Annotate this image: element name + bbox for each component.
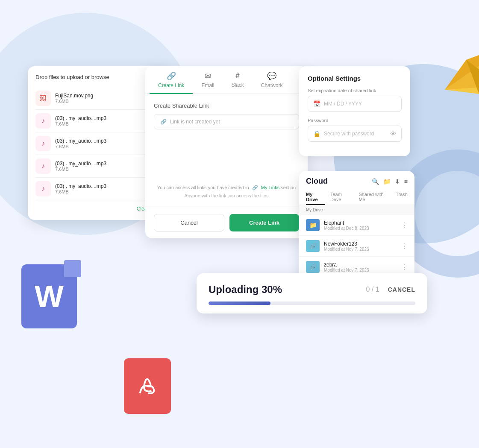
tab-slack-label: Slack: [231, 82, 244, 88]
password-placeholder: Secure with password: [324, 131, 387, 137]
file-item: ♪ (03) . my_audio....mp3 7.6MB: [35, 110, 161, 132]
cloud-tab-my-drive[interactable]: My Drive: [306, 189, 325, 205]
tab-create-link[interactable]: 🔗 Create Link: [150, 66, 193, 94]
create-link-button[interactable]: Create Link: [229, 214, 299, 231]
word-letter: W: [35, 281, 64, 312]
share-actions: Cancel Create Link: [145, 207, 308, 238]
share-panel: 🔗 Create Link ✉ Email # Slack 💬 Chatwork…: [145, 66, 308, 238]
sort-icon[interactable]: ≡: [404, 178, 408, 185]
pdf-file-icon: [124, 358, 171, 414]
share-body: Create Shareable Link 🔗 Link is not crea…: [145, 94, 308, 207]
tab-email-label: Email: [201, 82, 214, 88]
calendar-icon: 📅: [313, 100, 320, 107]
settings-panel: Optional Settings Set expiration date of…: [299, 66, 410, 156]
word-file-icon: W: [21, 264, 77, 328]
audio-file-icon: ♪: [35, 113, 51, 129]
expiry-placeholder: MM / DD / YYYY: [324, 101, 396, 107]
audio-file-icon: ♪: [35, 136, 51, 151]
progress-header: Uploading 30% 0 / 1 CANCEL: [209, 284, 415, 296]
expiry-input[interactable]: 📅 MM / DD / YYYY: [308, 96, 402, 112]
file-item: ♪ (03) . my_audio....mp3 7.6MB: [35, 155, 161, 178]
link-placeholder: Link is not created yet: [170, 119, 220, 125]
tab-chatwork-label: Chatwork: [261, 82, 283, 88]
slack-icon: #: [235, 71, 240, 80]
more-options-icon[interactable]: ⋮: [401, 242, 408, 250]
cloud-tab-team-drive[interactable]: Team Drive: [330, 189, 353, 205]
cloud-title: Cloud: [306, 177, 328, 186]
cloud-item-date: Modified at Nov 7, 2023: [324, 247, 397, 252]
audio-file-icon: ♪: [35, 158, 51, 174]
share-section-title: Create Shareable Link: [154, 102, 299, 109]
progress-bar-fill: [209, 302, 270, 305]
tab-create-link-label: Create Link: [158, 82, 184, 88]
search-icon[interactable]: 🔍: [372, 178, 379, 185]
cloud-item-name: zebra: [324, 262, 397, 268]
email-icon: ✉: [205, 71, 211, 81]
tab-email[interactable]: ✉ Email: [193, 66, 223, 94]
clear-files: Clear Files: [35, 205, 161, 212]
image-file-icon: 🖼: [35, 91, 51, 106]
more-options-icon[interactable]: ⋮: [401, 221, 408, 229]
upload-icon[interactable]: 📁: [383, 178, 391, 185]
lock-icon: 🔒: [313, 130, 320, 137]
cloud-tabs: My Drive Team Drive Shared with Me Trash: [299, 189, 414, 205]
cancel-button[interactable]: Cancel: [154, 214, 224, 231]
cloud-item-info: NewFolder123 Modified at Nov 7, 2023: [324, 241, 397, 252]
upload-header-text: Drop files to upload or browse: [35, 74, 109, 80]
cloud-tab-trash[interactable]: Trash: [396, 189, 408, 205]
upload-header: Drop files to upload or browse ▾: [35, 74, 161, 80]
cloud-folder-item[interactable]: 📁 Elephant Modified at Dec 8, 2023 ⋮: [299, 215, 414, 236]
settings-title: Optional Settings: [308, 75, 402, 82]
upload-progress-panel: Uploading 30% 0 / 1 CANCEL: [197, 273, 427, 313]
eye-icon[interactable]: 👁: [390, 130, 396, 137]
audio-file-icon: ♪: [35, 181, 51, 196]
expiry-label: Set expiration date of shared link: [308, 88, 402, 93]
link-input[interactable]: 🔗 Link is not created yet: [154, 114, 299, 129]
cloud-item-info: Elephant Modified at Dec 8, 2023: [324, 220, 397, 231]
cloud-item-name: NewFolder123: [324, 241, 397, 247]
progress-meta: 0 / 1 CANCEL: [366, 286, 415, 293]
cloud-tab-shared[interactable]: Shared with Me: [359, 189, 391, 205]
file-item: ♪ (03) . my_audio....mp3 7.6MB: [35, 178, 161, 200]
password-label: Password: [308, 118, 402, 123]
chatwork-icon: 💬: [267, 71, 276, 81]
cloud-header: Cloud 🔍 📁 ⬇ ≡: [299, 171, 414, 189]
progress-title: Uploading 30%: [209, 284, 282, 296]
download-icon[interactable]: ⬇: [395, 178, 400, 185]
cloud-item-date: Modified at Nov 7, 2023: [324, 268, 397, 272]
share-folder-icon: 🔗: [306, 261, 320, 273]
tab-slack[interactable]: # Slack: [223, 66, 252, 94]
progress-bar: [209, 302, 415, 305]
share-tabs: 🔗 Create Link ✉ Email # Slack 💬 Chatwork: [145, 66, 308, 94]
progress-count: 0 / 1: [366, 286, 379, 293]
more-options-icon[interactable]: ⋮: [401, 263, 408, 271]
share-info: You can access all links you have create…: [154, 185, 299, 190]
cloud-item-name: Elephant: [324, 220, 397, 226]
cloud-toolbar: 🔍 📁 ⬇ ≡: [372, 178, 408, 185]
password-input[interactable]: 🔒 Secure with password 👁: [308, 126, 402, 142]
cancel-upload-button[interactable]: CANCEL: [388, 286, 415, 293]
share-folder-icon: 🔗: [306, 240, 320, 252]
cloud-item-date: Modified at Dec 8, 2023: [324, 226, 397, 231]
cloud-item-info: zebra Modified at Nov 7, 2023: [324, 262, 397, 272]
cloud-folder-item[interactable]: 🔗 NewFolder123 Modified at Nov 7, 2023 ⋮: [299, 236, 414, 257]
file-item: 🖼 FujiSan.mov.png 7.6MB: [35, 87, 161, 110]
link-icon: 🔗: [160, 119, 167, 125]
folder-icon: 📁: [306, 219, 320, 231]
link-icon: 🔗: [167, 71, 176, 81]
tab-chatwork[interactable]: 💬 Chatwork: [253, 66, 291, 94]
share-info2: Anyone with the link can access the file…: [154, 193, 299, 198]
cloud-breadcrumb: My Drive: [299, 205, 414, 215]
file-item: ♪ (03) . my_audio....mp3 7.6MB: [35, 132, 161, 155]
my-links-link[interactable]: My Links: [261, 185, 279, 190]
